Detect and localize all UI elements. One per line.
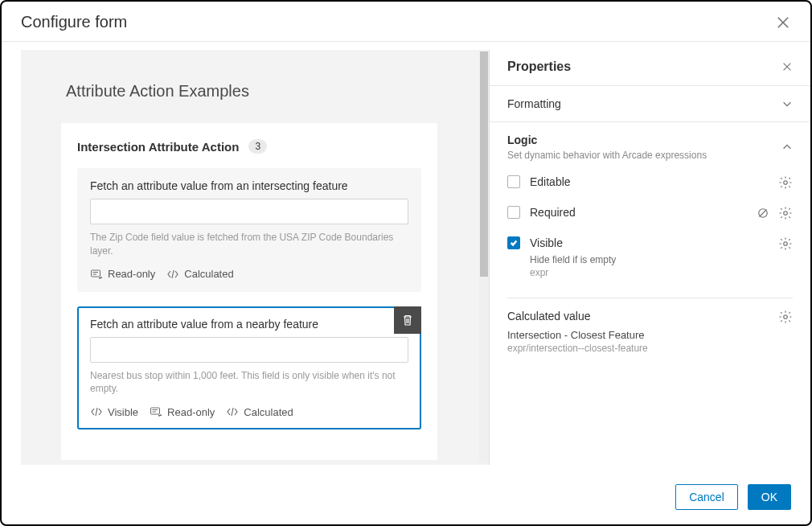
- delete-field-button[interactable]: [394, 306, 421, 334]
- calculated-badge: Calculated: [166, 268, 233, 281]
- form-section-card: Intersection Attribute Action 3 Fetch an…: [61, 123, 437, 460]
- form-canvas[interactable]: Attribute Action Examples Intersection A…: [21, 50, 478, 465]
- code-icon: [226, 405, 239, 418]
- formatting-section[interactable]: Formatting: [490, 86, 810, 122]
- properties-title: Properties: [507, 60, 571, 74]
- badge-label: Calculated: [244, 406, 293, 418]
- field-help: The Zip Code field value is fetched from…: [90, 231, 408, 258]
- check-icon: [510, 239, 518, 247]
- editable-checkbox[interactable]: [507, 175, 520, 188]
- svg-point-13: [784, 212, 788, 216]
- properties-close-button[interactable]: [781, 61, 793, 72]
- properties-header: Properties: [490, 50, 810, 86]
- logic-body: Editable Required: [490, 162, 810, 290]
- gear-icon[interactable]: [778, 175, 793, 190]
- field-label: Fetch an attribute value from a nearby f…: [90, 318, 408, 331]
- svg-rect-5: [151, 408, 160, 414]
- svg-point-15: [784, 315, 788, 319]
- svg-line-12: [760, 210, 767, 217]
- svg-rect-0: [92, 270, 100, 277]
- gear-icon[interactable]: [778, 206, 793, 220]
- section-count-badge: 3: [248, 139, 267, 154]
- code-icon: [90, 405, 103, 418]
- close-icon: [775, 14, 791, 31]
- readonly-icon: [90, 268, 103, 281]
- dialog-header: Configure form: [2, 2, 810, 42]
- field-input[interactable]: [90, 337, 408, 363]
- calculated-expression-id: expr/intersection--closest-feature: [507, 343, 648, 354]
- close-button[interactable]: [775, 14, 791, 31]
- logic-editable-row: Editable: [507, 167, 793, 198]
- readonly-badge: Read-only: [150, 405, 215, 418]
- badge-label: Calculated: [184, 268, 233, 280]
- visible-checkbox[interactable]: [507, 236, 520, 249]
- logic-visible-row: Visible Hide field if is empty expr: [507, 228, 793, 286]
- section-title: Intersection Attribute Action: [77, 140, 239, 154]
- visible-expression-id: expr: [530, 267, 616, 278]
- badge-label: Read-only: [167, 406, 215, 418]
- section-header: Intersection Attribute Action 3: [77, 139, 421, 154]
- form-title: Attribute Action Examples: [66, 82, 437, 101]
- trash-icon: [401, 314, 414, 327]
- gear-icon[interactable]: [778, 310, 793, 324]
- form-canvas-wrap: Attribute Action Examples Intersection A…: [21, 50, 489, 465]
- badge-label: Visible: [108, 406, 138, 418]
- readonly-icon: [150, 405, 162, 418]
- editable-label: Editable: [530, 175, 571, 188]
- field-badges: Read-only Calculated: [90, 268, 408, 281]
- chevron-down-icon: [781, 98, 793, 109]
- required-label: Required: [530, 206, 576, 219]
- cancel-button[interactable]: Cancel: [675, 484, 738, 510]
- visible-label: Visible: [530, 236, 616, 249]
- logic-section-header[interactable]: Logic Set dynamic behavior with Arcade e…: [490, 122, 810, 162]
- logic-required-row: Required: [507, 198, 793, 228]
- configure-form-dialog: Configure form Attribute Action Examples…: [0, 0, 812, 526]
- field-badges: Visible Read-only Calculated: [90, 405, 408, 418]
- logic-label: Logic: [507, 134, 707, 146]
- dialog-title: Configure form: [21, 13, 127, 31]
- scrollbar-thumb[interactable]: [480, 51, 488, 277]
- svg-point-14: [784, 242, 788, 246]
- dialog-body: Attribute Action Examples Intersection A…: [2, 42, 810, 473]
- ok-button[interactable]: OK: [748, 484, 791, 510]
- required-checkbox[interactable]: [507, 206, 520, 219]
- null-icon[interactable]: [756, 206, 770, 220]
- calculated-value-label: Calculated value: [507, 310, 648, 323]
- calculated-badge: Calculated: [226, 405, 293, 418]
- svg-point-10: [784, 181, 788, 185]
- readonly-badge: Read-only: [90, 268, 155, 281]
- gear-icon[interactable]: [778, 236, 793, 251]
- chevron-up-icon: [781, 142, 793, 153]
- canvas-scrollbar[interactable]: [479, 51, 489, 463]
- properties-panel: Properties Formatting Logic Set dynamic …: [489, 50, 810, 465]
- calculated-value-row: Calculated value Intersection - Closest …: [507, 298, 793, 368]
- visible-badge: Visible: [90, 405, 138, 418]
- calculated-expression-name: Intersection - Closest Feature: [507, 329, 648, 341]
- dialog-footer: Cancel OK: [2, 473, 810, 524]
- logic-subtitle: Set dynamic behavior with Arcade express…: [507, 150, 707, 161]
- field-input[interactable]: [90, 199, 408, 224]
- badge-label: Read-only: [108, 268, 155, 280]
- code-icon: [166, 268, 179, 281]
- form-field[interactable]: Fetch an attribute value from an interse…: [77, 168, 421, 292]
- visible-expression-name: Hide field if is empty: [530, 254, 616, 265]
- form-canvas-area: Attribute Action Examples Intersection A…: [2, 42, 489, 473]
- formatting-label: Formatting: [507, 97, 561, 110]
- close-icon: [781, 61, 793, 72]
- field-help: Nearest bus stop within 1,000 feet. This…: [90, 369, 408, 397]
- form-field-selected[interactable]: Fetch an attribute value from a nearby f…: [77, 306, 421, 430]
- field-label: Fetch an attribute value from an interse…: [90, 179, 408, 192]
